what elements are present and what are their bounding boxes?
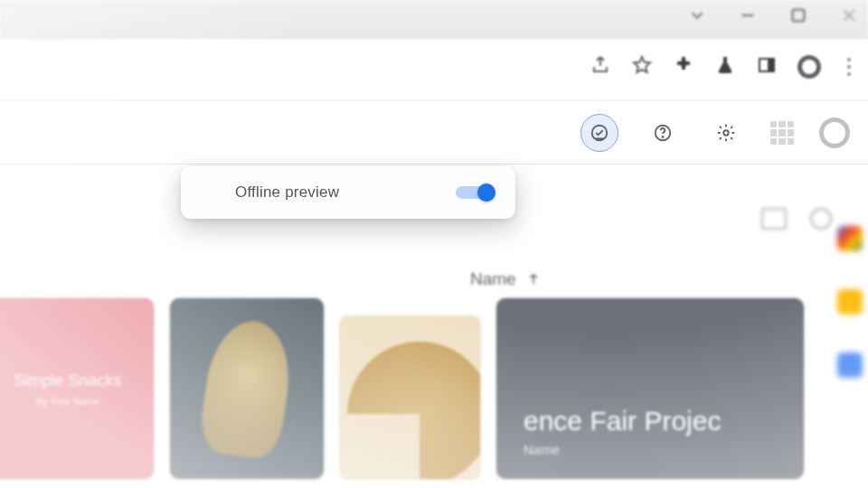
- bookmark-star-icon[interactable]: [631, 54, 653, 80]
- file-card-title: Simple Snacks: [14, 371, 121, 390]
- profile-avatar-icon[interactable]: [797, 55, 821, 79]
- sort-header[interactable]: Name: [470, 269, 542, 289]
- window-tab-chevron-icon[interactable]: [687, 5, 707, 29]
- thumbnail-image: [197, 315, 297, 461]
- calendar-companion-icon[interactable]: [837, 226, 863, 251]
- labs-flask-icon[interactable]: [714, 54, 736, 80]
- list-view-icon[interactable]: [761, 208, 787, 230]
- keep-companion-icon[interactable]: [837, 289, 863, 314]
- sidepanel-icon[interactable]: [756, 54, 778, 80]
- svg-point-5: [662, 136, 663, 137]
- os-titlebar: [0, 0, 868, 40]
- offline-preview-label: Offline preview: [235, 183, 339, 202]
- file-card-subtitle: By Your Name: [36, 396, 99, 407]
- extensions-puzzle-icon[interactable]: [673, 54, 694, 80]
- file-card[interactable]: Simple Snacks By Your Name: [0, 298, 154, 479]
- svg-rect-0: [793, 10, 805, 22]
- svg-point-6: [723, 130, 729, 136]
- details-pane-icon[interactable]: [810, 208, 832, 230]
- svg-rect-2: [768, 59, 774, 71]
- file-card[interactable]: [340, 316, 480, 479]
- settings-gear-button[interactable]: [707, 114, 745, 152]
- tasks-companion-icon[interactable]: [837, 352, 863, 378]
- offline-ready-button[interactable]: [580, 114, 618, 152]
- window-maximize-icon[interactable]: [788, 5, 808, 29]
- file-card-title: ence Fair Projec: [524, 406, 777, 436]
- file-grid: Simple Snacks By Your Name ence Fair Pro…: [0, 298, 804, 479]
- google-apps-grid-icon[interactable]: [770, 121, 794, 145]
- thumbnail-image: [347, 342, 480, 479]
- sort-ascending-icon: [525, 271, 542, 287]
- companion-sidepanel: [837, 226, 863, 378]
- file-card[interactable]: ence Fair Projec Name: [496, 298, 804, 479]
- sort-column-label: Name: [470, 269, 516, 289]
- file-card-subtitle: Name: [524, 442, 777, 457]
- account-avatar-icon[interactable]: [819, 117, 850, 148]
- window-minimize-icon[interactable]: [738, 5, 758, 29]
- drive-toolbar: [0, 101, 868, 164]
- help-button[interactable]: [644, 114, 682, 152]
- file-card[interactable]: [170, 298, 324, 479]
- view-toggle-bar: [761, 208, 832, 230]
- browser-menu-icon[interactable]: [841, 58, 857, 76]
- offline-preview-panel: Offline preview: [181, 166, 515, 219]
- window-close-icon[interactable]: [839, 5, 859, 29]
- browser-toolbar: [0, 40, 868, 101]
- share-icon[interactable]: [590, 54, 611, 80]
- offline-preview-toggle[interactable]: [456, 183, 495, 202]
